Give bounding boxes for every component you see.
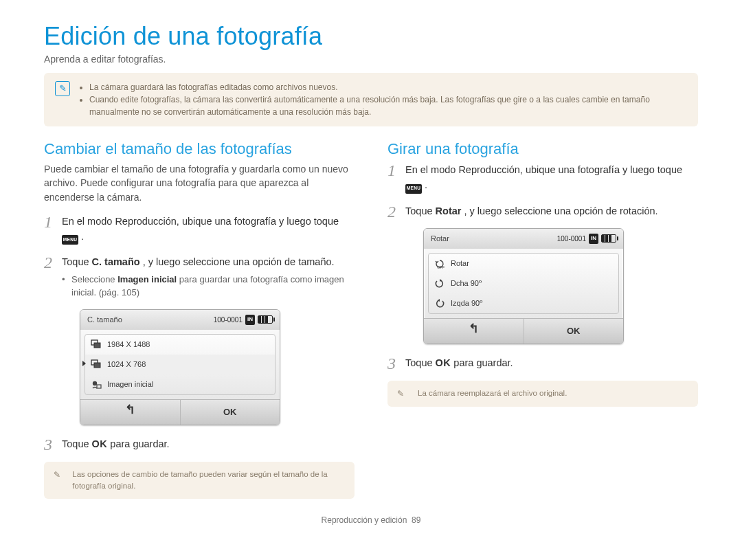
step-2: Toque C. tamaño , y luego seleccione una… (44, 254, 355, 425)
list-item[interactable]: Imagen inicial (85, 374, 275, 394)
step-3: Toque OK para guardar. (387, 355, 698, 370)
selection-pointer-icon (82, 361, 86, 366)
step-text: para guardar. (110, 438, 169, 449)
step-text: En el modo Reproducción, ubique una foto… (62, 216, 339, 227)
note-text: La cámara reemplazará el archivo origina… (418, 388, 567, 399)
section-body: Puede cambiar el tamaño de una fotografí… (44, 162, 355, 204)
step-3: Toque OK para guardar. (44, 436, 355, 451)
rotate-right-icon (434, 279, 445, 289)
step-1: En el modo Reproducción, ubique una foto… (387, 162, 698, 194)
battery-icon (601, 234, 616, 243)
section-heading: Cambiar el tamaño de las fotografías (44, 140, 355, 158)
list-item[interactable]: 1024 X 768 (85, 355, 275, 374)
resize-panel: C. tamaño 100-0001 IN (80, 309, 280, 425)
note-icon: ✎ (54, 469, 64, 481)
storage-icon: IN (589, 234, 598, 243)
panel-title: Rotar (431, 233, 449, 245)
sub-bullet: Seleccione Imagen inicial para guardar u… (62, 273, 355, 300)
battery-icon (258, 315, 273, 324)
step-2: Toque Rotar , y luego seleccione una opc… (387, 203, 698, 345)
rotate-left-icon (434, 299, 445, 309)
ok-button[interactable]: OK (181, 400, 280, 425)
step-text: En el modo Reproducción, ubique una foto… (405, 164, 682, 175)
rotate-footnote: ✎ La cámara reemplazará el archivo origi… (387, 381, 698, 407)
col-resize: Cambiar el tamaño de las fotografías Pue… (44, 140, 355, 499)
list-item[interactable]: Dcha 90º (429, 273, 618, 293)
list-item[interactable]: OFF Rotar (429, 254, 618, 273)
back-arrow-icon: ↰ (469, 322, 479, 335)
panel-list: 1984 X 1488 1024 X 768 (85, 334, 276, 395)
back-arrow-icon: ↰ (125, 403, 135, 416)
panel-header: C. tamaño 100-0001 IN (80, 310, 280, 330)
resize-option-icon (91, 339, 102, 349)
step-text: Toque (62, 256, 92, 267)
rotate-panel: Rotar 100-0001 IN OFF (423, 228, 624, 344)
file-number: 100-0001 (557, 234, 586, 245)
step-text: , y luego seleccione una opción de tamañ… (143, 256, 335, 267)
step-text: para guardar. (453, 357, 513, 368)
note-icon: ✎ (397, 388, 409, 400)
menu-icon: MENU (405, 184, 422, 194)
storage-icon: IN (245, 315, 255, 324)
step-text: Toque (405, 205, 436, 216)
panel-title: C. tamaño (87, 314, 122, 326)
ok-label: OK (92, 438, 108, 449)
step-1: En el modo Reproducción, ubique una foto… (44, 214, 355, 245)
list-item-label: 1024 X 768 (107, 359, 146, 370)
file-number: 100-0001 (214, 315, 243, 326)
list-item-label: Dcha 90º (451, 278, 482, 289)
note-bullet: Cuando edite fotografías, la cámara las … (89, 93, 687, 118)
panel-header: Rotar 100-0001 IN (424, 229, 623, 249)
list-item[interactable]: Izqda 90º (429, 293, 618, 313)
note-icon: ✎ (55, 81, 70, 96)
top-note: ✎ La cámara guardará las fotografías edi… (44, 73, 698, 126)
step-text: Toque (405, 357, 436, 368)
back-button[interactable]: ↰ (80, 400, 181, 425)
resize-option-icon (91, 359, 102, 369)
step-text-strong: C. tamaño (92, 256, 140, 267)
section-heading: Girar una fotografía (387, 140, 698, 158)
svg-rect-5 (97, 385, 101, 388)
list-item-label: Rotar (451, 258, 469, 269)
ok-button[interactable]: OK (524, 319, 624, 344)
svg-text:OFF: OFF (437, 265, 445, 269)
step-text: Toque (62, 438, 92, 449)
resize-footnote: ✎ Las opciones de cambio de tamaño puede… (44, 462, 355, 500)
svg-rect-3 (94, 363, 100, 368)
page-subtitle: Aprenda a editar fotografías. (44, 54, 698, 65)
back-button[interactable]: ↰ (424, 319, 524, 344)
list-item[interactable]: 1984 X 1488 (85, 335, 275, 355)
svg-rect-1 (94, 343, 100, 348)
list-item-label: Izqda 90º (451, 298, 482, 309)
menu-icon: MENU (62, 235, 78, 245)
list-item-label: Imagen inicial (107, 379, 153, 390)
svg-point-4 (93, 381, 97, 385)
note-text: Las opciones de cambio de tamaño pueden … (72, 469, 345, 493)
rotate-off-icon: OFF (434, 259, 445, 269)
ok-label: OK (436, 357, 451, 368)
step-text: , y luego seleccione una opción de rotac… (464, 205, 657, 216)
page-title: Edición de una fotografía (44, 22, 698, 51)
panel-list: OFF Rotar Dcha 90º (428, 253, 619, 314)
list-item-label: 1984 X 1488 (107, 339, 150, 350)
page-footer: Reproducción y edición 89 (44, 515, 698, 525)
step-text-strong: Rotar (436, 205, 462, 216)
note-bullet: La cámara guardará las fotografías edita… (89, 81, 687, 93)
start-image-icon (91, 380, 102, 390)
col-rotate: Girar una fotografía En el modo Reproduc… (387, 140, 698, 407)
